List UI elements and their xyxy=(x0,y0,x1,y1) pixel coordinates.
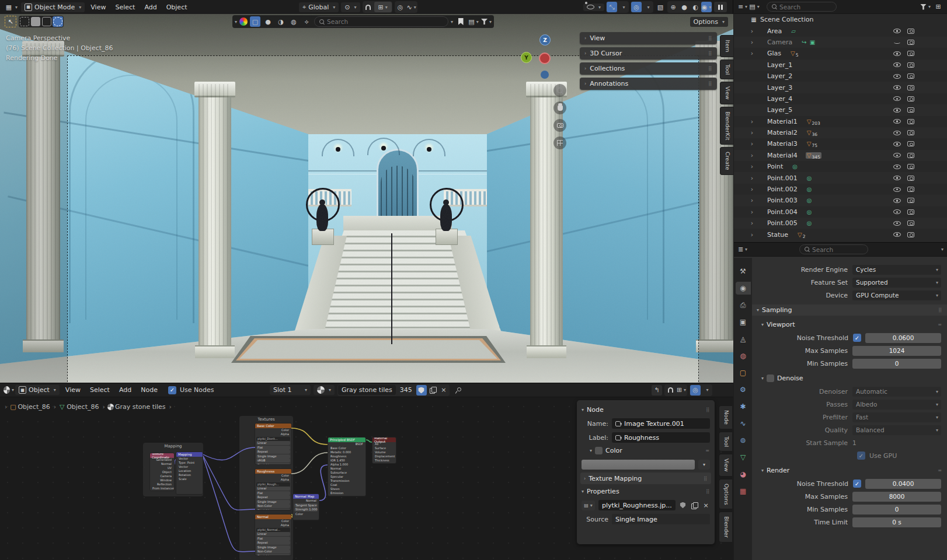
menu-item[interactable]: Node xyxy=(136,385,162,395)
denoise-subpanel-header[interactable]: ▾Denoise xyxy=(757,373,947,384)
outliner-row[interactable]: Layer_1 xyxy=(734,60,947,71)
colorspace-dropdown[interactable]: Non-Color xyxy=(256,550,290,554)
color-output[interactable]: Color xyxy=(255,474,291,478)
hide-eye-icon[interactable] xyxy=(893,85,901,90)
editor-type-caret-icon[interactable]: ▾ xyxy=(15,5,18,10)
node-socket-row[interactable]: IOR 1.450 xyxy=(328,459,365,463)
expand-arrow-icon[interactable]: › xyxy=(748,27,756,35)
drag-grip-icon[interactable]: ⣿ xyxy=(706,489,710,494)
drag-grip-icon[interactable]: ⣿ xyxy=(708,81,712,86)
breadcrumb-label[interactable]: Object_86 xyxy=(67,403,99,411)
interpolation-dropdown[interactable]: Linear xyxy=(256,441,290,445)
asset-brush-icon[interactable]: ⟡ xyxy=(301,16,312,27)
blenderkit-logo-icon[interactable] xyxy=(239,18,248,26)
extension-dropdown[interactable]: Repeat xyxy=(256,495,290,499)
asset-hdr-icon[interactable]: ◍ xyxy=(288,16,299,27)
render-visibility-icon[interactable] xyxy=(907,153,914,158)
strength-slider[interactable]: Strength 1.000 xyxy=(294,508,318,512)
value-field[interactable]: 8000 xyxy=(852,492,941,502)
side-tab[interactable]: BlenderKit xyxy=(720,107,733,145)
properties-tab-icon[interactable]: ⊚ xyxy=(736,434,751,447)
xray-toggle-icon[interactable]: ▧ xyxy=(655,2,666,12)
pin-icon[interactable] xyxy=(452,385,463,396)
viewport-subpanel-header[interactable]: ▾Viewport≡ xyxy=(757,319,947,330)
parent-node-tree-icon[interactable]: ↰ xyxy=(652,385,662,396)
material-output-node[interactable]: Material Output AllSurfaceVolumeDisplace… xyxy=(372,437,396,464)
node-header[interactable]: Normal xyxy=(255,514,291,519)
fake-user-shield-icon[interactable] xyxy=(416,385,427,396)
properties-tab-icon[interactable]: ◕ xyxy=(736,468,751,481)
setting-dropdown[interactable]: GPU Compute xyxy=(852,290,941,300)
node-socket-row[interactable]: Subsurface xyxy=(328,471,365,475)
color-checkbox[interactable] xyxy=(595,447,603,454)
hide-eye-icon[interactable] xyxy=(893,40,901,44)
gizmo-toggle-icon[interactable]: ⤡ xyxy=(607,2,617,12)
render-visibility-icon[interactable] xyxy=(907,232,914,237)
pivot-point[interactable]: ⊙ xyxy=(341,2,360,12)
render-visibility-icon[interactable] xyxy=(907,29,914,34)
solid-shading-icon[interactable]: ● xyxy=(679,2,690,12)
hide-eye-icon[interactable] xyxy=(893,29,901,33)
node-socket-row[interactable]: Scale xyxy=(176,477,203,481)
filter-icon[interactable] xyxy=(481,16,492,27)
use-gpu-checkbox[interactable] xyxy=(857,452,865,460)
colorspace-dropdown[interactable]: sRGB xyxy=(256,459,290,463)
value-field[interactable]: 0 s xyxy=(852,517,941,527)
zoom-tool-icon[interactable] xyxy=(553,84,566,97)
color-output[interactable]: Color xyxy=(255,428,291,432)
node-socket-row[interactable]: Alpha 1.000 xyxy=(328,463,365,467)
viewport-render-area[interactable]: Camera Perspective (76) Scene Collection… xyxy=(0,14,733,383)
hide-eye-icon[interactable] xyxy=(893,209,901,214)
asset-material-icon[interactable]: ● xyxy=(263,16,273,27)
new-collection-icon[interactable]: ⊞ xyxy=(933,2,943,12)
node-header[interactable]: Base Color xyxy=(255,424,291,428)
node-header[interactable]: Normal Map xyxy=(293,494,319,499)
display-mode-icon[interactable]: ≡ xyxy=(737,2,748,12)
properties-search-input[interactable] xyxy=(812,246,863,253)
snap-mode-icon[interactable]: ⊞ xyxy=(676,385,687,396)
render-visibility-icon[interactable] xyxy=(907,176,914,181)
properties-tab-icon[interactable]: ◬ xyxy=(736,332,751,345)
hide-eye-icon[interactable] xyxy=(893,176,901,180)
sidebar-panel-header[interactable]: › Collections ⣿ xyxy=(580,62,717,75)
node-socket-row[interactable]: Vector xyxy=(176,457,203,461)
expand-arrow-icon[interactable]: › xyxy=(748,118,756,125)
asset-model-icon[interactable]: ▢ xyxy=(250,16,260,27)
hide-eye-icon[interactable] xyxy=(893,119,901,124)
projection-dropdown[interactable]: Flat xyxy=(256,537,290,541)
textures-frame[interactable]: Textures Base Color Color Alpha plytki_D… xyxy=(239,416,293,560)
hide-eye-icon[interactable] xyxy=(893,232,901,237)
render-visibility-icon[interactable] xyxy=(907,220,914,226)
node-socket-row[interactable]: Object xyxy=(150,470,174,474)
interpolation-dropdown[interactable]: Linear xyxy=(256,487,290,491)
outliner-row[interactable]: › Point.004 xyxy=(734,206,947,218)
visibility-dropdown[interactable] xyxy=(583,4,604,11)
value-field[interactable]: 0.0400 xyxy=(865,479,941,489)
options-dropdown[interactable]: Options xyxy=(690,17,728,27)
image-texture-node[interactable]: Roughness Color Alpha plytki_Rough... Li… xyxy=(255,468,292,510)
source-dropdown[interactable]: Single Image xyxy=(612,514,710,524)
blenderkit-search[interactable] xyxy=(314,16,448,27)
principled-bsdf-node[interactable]: Principled BSDF BSDF Base ColorMetallic … xyxy=(328,437,366,496)
use-nodes-checkbox[interactable] xyxy=(168,386,176,394)
menu-item[interactable]: Select xyxy=(85,385,114,395)
gizmo-dropdown[interactable] xyxy=(618,2,628,12)
node-socket-row[interactable]: Roughness xyxy=(328,454,365,459)
shader-type-selector[interactable]: ■Object xyxy=(15,385,60,395)
outliner-row[interactable]: › Material1 203 xyxy=(734,116,947,127)
expand-arrow-icon[interactable]: › xyxy=(748,208,756,216)
node-socket-row[interactable]: Type: Point xyxy=(176,461,203,465)
image-name-field[interactable]: plytki_Diorit... xyxy=(256,437,290,441)
image-texture-node[interactable]: Normal Color Alpha plytki_Normal... Line… xyxy=(255,514,292,556)
outliner-row[interactable]: › Material3 75 xyxy=(734,138,947,149)
outliner-row[interactable]: › Area xyxy=(734,25,947,36)
properties-options-caret-icon[interactable]: ▾ xyxy=(941,247,943,252)
bookmark-icon[interactable] xyxy=(455,16,466,27)
hide-eye-icon[interactable] xyxy=(893,62,901,67)
image-name-field[interactable]: plytki_Normal... xyxy=(256,528,290,532)
outliner-row[interactable]: › Point.003 xyxy=(734,195,947,206)
setting-field[interactable]: Automatic xyxy=(852,387,941,397)
presets-icon[interactable]: ≡ xyxy=(938,468,942,473)
image-browser-icon[interactable]: ▤ xyxy=(582,501,595,510)
axis-x-gizmo[interactable] xyxy=(539,52,551,64)
